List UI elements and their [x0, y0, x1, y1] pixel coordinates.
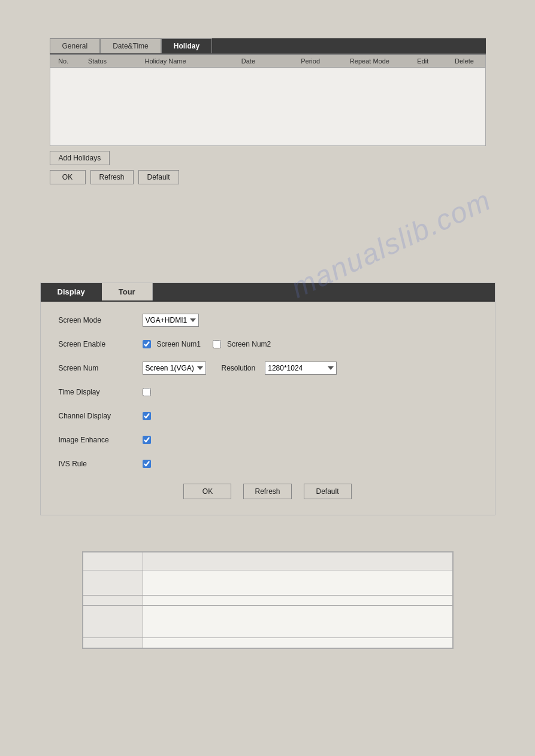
tab-general[interactable]: General: [50, 38, 101, 53]
table-cell: [143, 570, 452, 596]
tab-tour[interactable]: Tour: [102, 283, 153, 300]
screen-num-select[interactable]: Screen 1(VGA) Screen 2: [143, 362, 206, 375]
time-display-label: Time Display: [59, 388, 143, 396]
time-display-checkbox[interactable]: [143, 388, 151, 396]
display-tab-fill: [153, 283, 495, 300]
bottom-table-wrapper: [82, 551, 454, 649]
screen-enable-control: Screen Num1 Screen Num2: [143, 340, 271, 348]
table-cell: [83, 606, 143, 638]
table-cell: [143, 638, 452, 648]
screen-enable-label: Screen Enable: [59, 340, 143, 348]
table-cell: [83, 638, 143, 648]
display-ok-button[interactable]: OK: [183, 484, 231, 499]
holiday-panel: General Date&Time Holiday No. Status Hol…: [40, 29, 495, 194]
ivs-rule-label: IVS Rule: [59, 460, 143, 468]
display-refresh-button[interactable]: Refresh: [243, 484, 291, 499]
holiday-action-row: OK Refresh Default: [50, 170, 486, 184]
table-row: [83, 606, 452, 638]
table-cell: [83, 570, 143, 596]
resolution-label: Resolution: [222, 364, 256, 372]
screen-mode-control: VGA+HDMI1 VGA HDMI1 HDMI2: [143, 314, 199, 327]
tab-datetime[interactable]: Date&Time: [100, 38, 161, 53]
screen-mode-select[interactable]: VGA+HDMI1 VGA HDMI1 HDMI2: [143, 314, 199, 327]
screen-num1-checkbox[interactable]: [143, 340, 151, 348]
table-cell: [143, 606, 452, 638]
image-enhance-control: [143, 436, 151, 444]
col-header-date: Date: [213, 57, 284, 65]
channel-display-checkbox[interactable]: [143, 412, 151, 420]
table-cell: [143, 552, 452, 570]
screen-num1-label: Screen Num1: [157, 340, 201, 348]
screen-mode-row: Screen Mode VGA+HDMI1 VGA HDMI1 HDMI2: [59, 312, 477, 328]
display-action-row: OK Refresh Default: [59, 484, 477, 499]
col-header-delete: Delete: [443, 57, 485, 65]
image-enhance-checkbox[interactable]: [143, 436, 151, 444]
screen-num-label: Screen Num: [59, 364, 143, 372]
screen-enable-row: Screen Enable Screen Num1 Screen Num2: [59, 336, 477, 352]
table-cell: [83, 552, 143, 570]
holiday-table-header: No. Status Holiday Name Date Period Repe…: [50, 55, 485, 68]
table-cell: [83, 596, 143, 606]
holiday-ok-button[interactable]: OK: [50, 170, 86, 184]
image-enhance-label: Image Enhance: [59, 436, 143, 444]
time-display-row: Time Display: [59, 384, 477, 400]
holiday-table-body: [50, 68, 485, 145]
col-header-no: No.: [50, 57, 77, 65]
display-default-button[interactable]: Default: [304, 484, 352, 499]
tab-fill: [212, 38, 485, 53]
screen-num2-label: Screen Num2: [227, 340, 271, 348]
holiday-default-button[interactable]: Default: [138, 170, 179, 184]
table-cell: [143, 596, 452, 606]
screen-num2-checkbox[interactable]: [213, 340, 221, 348]
channel-display-row: Channel Display: [59, 408, 477, 424]
col-header-status: Status: [77, 57, 118, 65]
display-panel: Display Tour Screen Mode VGA+HDMI1 VGA H…: [40, 283, 495, 515]
add-holidays-row: Add Holidays: [50, 151, 486, 165]
col-header-period: Period: [284, 57, 337, 65]
table-row: [83, 596, 452, 606]
bottom-table: [83, 552, 453, 648]
image-enhance-row: Image Enhance: [59, 432, 477, 448]
display-tab-bar: Display Tour: [41, 283, 495, 302]
screen-num-control: Screen 1(VGA) Screen 2 Resolution 1280*1…: [143, 362, 337, 375]
screen-num-row: Screen Num Screen 1(VGA) Screen 2 Resolu…: [59, 360, 477, 376]
resolution-select[interactable]: 1280*1024 1920*1080 1024*768: [265, 362, 337, 375]
display-body: Screen Mode VGA+HDMI1 VGA HDMI1 HDMI2 Sc…: [41, 302, 495, 505]
channel-display-label: Channel Display: [59, 412, 143, 420]
col-header-repeat: Repeat Mode: [337, 57, 403, 65]
table-row: [83, 638, 452, 648]
holiday-table: No. Status Holiday Name Date Period Repe…: [50, 54, 486, 146]
col-header-edit: Edit: [402, 57, 443, 65]
time-display-control: [143, 388, 151, 396]
screen-mode-label: Screen Mode: [59, 316, 143, 324]
tab-holiday[interactable]: Holiday: [161, 38, 212, 53]
ivs-rule-control: [143, 460, 151, 468]
holiday-tab-bar: General Date&Time Holiday: [50, 38, 486, 54]
channel-display-control: [143, 412, 151, 420]
ivs-rule-checkbox[interactable]: [143, 460, 151, 468]
add-holidays-button[interactable]: Add Holidays: [50, 151, 110, 165]
ivs-rule-row: IVS Rule: [59, 456, 477, 472]
table-row: [83, 552, 452, 570]
table-row: [83, 570, 452, 596]
holiday-refresh-button[interactable]: Refresh: [90, 170, 134, 184]
col-header-name: Holiday Name: [118, 57, 213, 65]
tab-display[interactable]: Display: [41, 283, 102, 300]
watermark-area: manualslib.com: [0, 205, 535, 283]
